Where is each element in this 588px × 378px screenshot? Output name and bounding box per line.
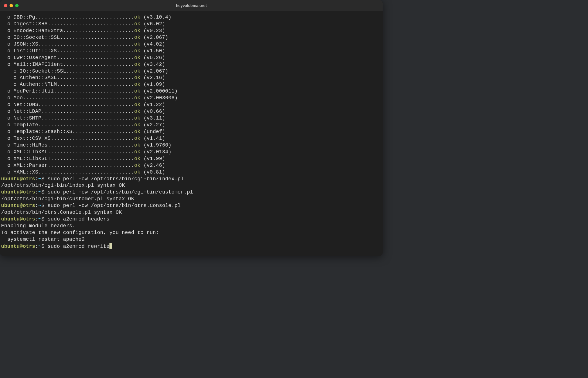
maximize-icon[interactable] xyxy=(15,4,19,7)
module-name: JSON::XS xyxy=(14,41,38,47)
bullet-icon: o xyxy=(1,142,14,148)
module-name: Text::CSV_XS xyxy=(14,136,51,141)
output-text: Enabling module headers. xyxy=(1,223,75,229)
module-status: ok xyxy=(134,88,140,94)
close-icon[interactable] xyxy=(4,4,7,7)
bullet-icon: o xyxy=(1,21,14,27)
module-check-line: o Authen::NTLM.........................o… xyxy=(1,81,381,88)
module-name: IO::Socket::SSL xyxy=(14,35,60,40)
module-check-line: o XML::LibXML...........................… xyxy=(1,149,381,156)
module-check-line: o Net::LDAP.............................… xyxy=(1,108,381,115)
module-dots: ......................... xyxy=(57,82,134,87)
module-name: DBD::Pg xyxy=(14,14,35,20)
module-dots: ......................... xyxy=(57,48,134,54)
prompt-cwd: ~ xyxy=(38,189,41,195)
module-version: (v2.067) xyxy=(140,68,168,74)
module-dots: ............................ xyxy=(48,142,134,148)
prompt-userhost: ubuntu@otrs xyxy=(1,244,35,249)
module-name: List::Util::XS xyxy=(14,48,57,54)
prompt-cwd: ~ xyxy=(38,203,41,208)
command-text[interactable]: sudo perl -cw /opt/otrs/bin/cgi-bin/inde… xyxy=(48,176,184,182)
bullet-icon: o xyxy=(1,149,14,155)
output-line: /opt/otrs/bin/otrs.Console.pl syntax OK xyxy=(1,209,381,216)
module-check-line: o LWP::UserAgent........................… xyxy=(1,55,381,61)
minimize-icon[interactable] xyxy=(10,4,13,7)
module-check-line: o Text::CSV_XS..........................… xyxy=(1,135,381,142)
command-text[interactable]: sudo perl -cw /opt/otrs/bin/otrs.Console… xyxy=(48,203,181,208)
module-dots: ....................... xyxy=(63,28,134,33)
module-status: ok xyxy=(134,14,140,20)
module-version: (v2.16) xyxy=(140,75,165,80)
module-status: ok xyxy=(134,62,140,67)
command-text[interactable]: sudo a2enmod headers xyxy=(48,216,109,222)
module-check-line: o JSON::XS..............................… xyxy=(1,41,381,48)
output-line: /opt/otrs/bin/cgi-bin/customer.pl syntax… xyxy=(1,196,381,202)
bullet-icon: o xyxy=(1,102,14,107)
module-status: ok xyxy=(134,136,140,141)
module-check-line: o List::Util::XS........................… xyxy=(1,48,381,55)
output-text: /opt/otrs/bin/cgi-bin/customer.pl syntax… xyxy=(1,196,134,202)
module-check-line: o Authen::SASL.........................o… xyxy=(1,75,381,81)
module-version: (v4.02) xyxy=(140,41,165,47)
module-version: (v1.50) xyxy=(140,48,165,54)
module-name: Moo xyxy=(14,95,23,101)
bullet-icon: o xyxy=(1,169,14,175)
module-version: (v0.81) xyxy=(140,169,165,175)
module-name: Encode::HanExtra xyxy=(14,28,63,33)
module-version: (v2.27) xyxy=(140,122,165,128)
module-status: ok xyxy=(134,21,140,27)
command-text[interactable]: sudo a2enmod rewrite xyxy=(48,244,109,249)
module-status: ok xyxy=(134,156,140,161)
module-name: Net::LDAP xyxy=(14,109,41,114)
module-status: ok xyxy=(134,102,140,107)
module-status: ok xyxy=(134,68,140,74)
output-line: systemctl restart apache2 xyxy=(1,236,381,243)
module-check-line: o Digest::SHA...........................… xyxy=(1,21,381,28)
module-version: (v2.067) xyxy=(140,35,168,40)
module-dots: ............................... xyxy=(38,102,134,107)
bullet-icon: o xyxy=(1,88,14,94)
prompt-symbol: $ xyxy=(41,189,48,195)
module-status: ok xyxy=(134,55,140,60)
bullet-icon: o xyxy=(1,163,14,168)
module-dots: .................... xyxy=(72,129,134,134)
module-dots: ............................ xyxy=(48,149,134,155)
terminal-output[interactable]: o DBD::Pg...............................… xyxy=(0,11,383,256)
bullet-icon: o xyxy=(1,48,14,54)
module-name: Authen::SASL xyxy=(20,75,57,80)
module-version: (v0.23) xyxy=(140,28,165,33)
module-version: (v2.000011) xyxy=(140,88,178,94)
module-version: (v1.9760) xyxy=(140,142,171,148)
bullet-icon: o xyxy=(1,136,14,141)
prompt-line: ubuntu@otrs:~$ sudo a2enmod rewrite xyxy=(1,243,381,250)
module-status: ok xyxy=(134,41,140,47)
module-name: XML::LibXSLT xyxy=(14,156,51,161)
terminal-window: heyvaldemar.net o DBD::Pg...............… xyxy=(0,0,383,256)
bullet-icon: o xyxy=(1,55,14,60)
output-text: systemctl restart apache2 xyxy=(1,237,85,242)
module-check-line: o Time::HiRes...........................… xyxy=(1,142,381,149)
window-title: heyvaldemar.net xyxy=(0,3,383,8)
module-status: ok xyxy=(134,163,140,168)
command-text[interactable]: sudo perl -cw /opt/otrs/bin/cgi-bin/cust… xyxy=(48,189,193,195)
module-name: Mail::IMAPClient xyxy=(14,62,63,67)
module-name: ModPerl::Util xyxy=(14,88,54,94)
prompt-symbol: $ xyxy=(41,216,48,222)
prompt-cwd: ~ xyxy=(38,176,41,182)
output-text: /opt/otrs/bin/otrs.Console.pl syntax OK xyxy=(1,210,122,215)
module-version: (v2.0134) xyxy=(140,149,171,155)
prompt-colon: : xyxy=(35,244,38,249)
module-check-line: o DBD::Pg...............................… xyxy=(1,14,381,21)
module-dots: .............................. xyxy=(41,115,134,121)
prompt-colon: : xyxy=(35,176,38,182)
module-dots: .............................. xyxy=(41,109,134,114)
module-dots: ......................... xyxy=(57,55,134,60)
bullet-icon: o xyxy=(1,109,14,114)
module-check-line: o Moo...................................… xyxy=(1,95,381,102)
bullet-icon: o xyxy=(1,14,14,20)
module-version: (v2.003006) xyxy=(140,95,178,101)
bullet-icon: o xyxy=(1,156,14,161)
bullet-icon: o xyxy=(1,75,20,80)
module-version: (undef) xyxy=(140,129,165,134)
module-version: (v1.09) xyxy=(140,82,165,87)
